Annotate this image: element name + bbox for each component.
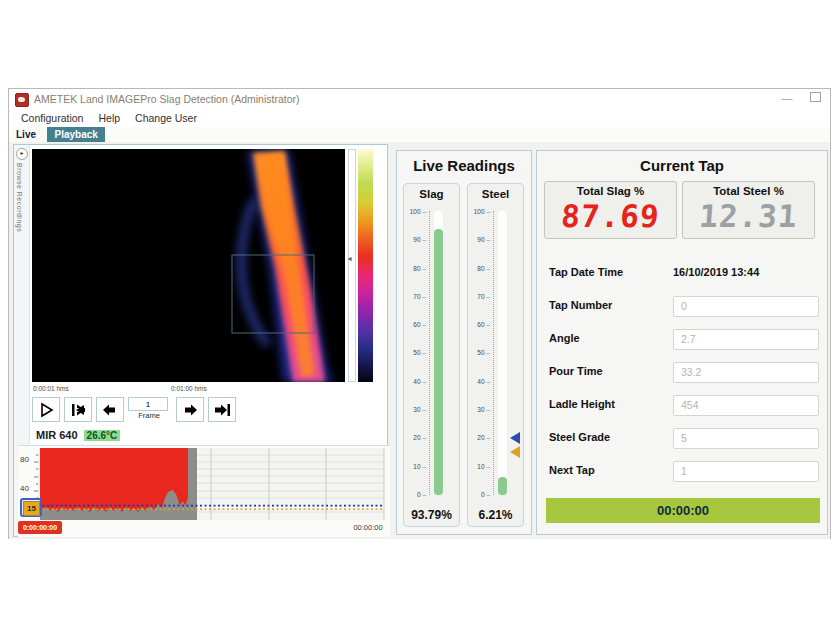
total-steel-label: Total Steel %: [683, 185, 814, 197]
field-row: Angle 2.7: [547, 329, 819, 350]
tab-bar: Live Playback: [9, 127, 830, 142]
steel-gauge-ticks: [493, 211, 494, 495]
field-label: Angle: [549, 332, 580, 344]
slag-percent-value: 93.79%: [404, 508, 459, 522]
blue-threshold-marker-icon[interactable]: [510, 432, 520, 444]
frame-widget: 1 Frame: [128, 397, 170, 422]
field-label: Pour Time: [549, 365, 603, 377]
browse-recordings-label: Browse Recordings: [16, 163, 23, 232]
skip-end-icon: [213, 401, 231, 419]
timeline-ytick-40: 40: [20, 484, 29, 493]
slag-gauge-track: [434, 211, 443, 495]
total-steel-display: Total Steel % 12.31: [682, 181, 815, 239]
step-back-icon: [101, 401, 119, 419]
live-readings-panel: Live Readings Slag 100908070605040302010…: [396, 150, 532, 535]
maximize-icon: [810, 92, 821, 102]
thermal-colorbar: [358, 149, 373, 382]
skip-end-button[interactable]: [208, 397, 236, 422]
play-icon: [37, 401, 55, 419]
steel-percent-value: 6.21%: [468, 508, 523, 522]
playback-viewer-panel: ▸ Browse Recordings: [13, 144, 388, 537]
field-label: Steel Grade: [549, 431, 610, 443]
camera-row: MIR 64026.6°C: [36, 429, 120, 443]
field-input[interactable]: 33.2: [673, 362, 819, 383]
field-input[interactable]: 5: [673, 428, 819, 449]
clip-start-time: 0:00:01 hms: [33, 385, 69, 392]
slag-gauge-ticks: [429, 211, 430, 495]
clip-end-time: 0:01:00 hms: [171, 385, 207, 392]
field-input[interactable]: 454: [673, 395, 819, 416]
skip-start-button[interactable]: [64, 397, 92, 422]
field-label: Next Tap: [549, 464, 595, 476]
total-steel-value: 12.31: [682, 198, 816, 234]
maximize-button[interactable]: [804, 91, 826, 107]
field-label: Tap Number: [549, 299, 612, 311]
field-row: Next Tap 1: [547, 461, 819, 482]
skip-start-icon: [69, 401, 87, 419]
steel-gauge-track: [498, 211, 507, 495]
play-button[interactable]: [32, 397, 60, 422]
thermal-image[interactable]: [32, 149, 345, 382]
content-area: ▸ Browse Recordings: [9, 142, 830, 539]
tab-live[interactable]: Live: [9, 127, 43, 142]
field-row: Pour Time 33.2: [547, 362, 819, 383]
temperature-slider-track[interactable]: [348, 149, 356, 382]
tap-datetime-value: 16/10/2019 13:44: [673, 266, 759, 278]
total-slag-display: Total Slag % 87.69: [544, 181, 677, 239]
minimize-button[interactable]: —: [776, 91, 798, 107]
threshold-value-badge: 15: [23, 501, 40, 516]
field-row-datetime: Tap Date Time 16/10/2019 13:44: [547, 263, 819, 284]
tab-playback[interactable]: Playback: [47, 127, 104, 142]
app-logo-icon: [15, 93, 29, 107]
total-slag-label: Total Slag %: [545, 185, 676, 197]
app-window: AMETEK Land IMAGEPro Slag Detection (Adm…: [8, 88, 831, 539]
steel-gauge-label: Steel: [468, 188, 523, 200]
step-back-button[interactable]: [96, 397, 124, 422]
field-row: Ladle Height 454: [547, 395, 819, 416]
field-label: Ladle Height: [549, 398, 615, 410]
title-bar: AMETEK Land IMAGEPro Slag Detection (Adm…: [9, 89, 830, 111]
playhead-time-badge[interactable]: 0:00:00:00: [18, 521, 62, 534]
total-slag-value: 87.69: [544, 198, 678, 234]
timeline-chart[interactable]: 80 40 0 15 0:00:00:00 00:00:0000:00:1000…: [18, 445, 390, 537]
frame-number-input[interactable]: 1: [128, 397, 168, 411]
live-readings-title: Live Readings: [397, 157, 531, 174]
colorbar-collapse-icon[interactable]: ◄: [346, 255, 353, 262]
steel-gauge: Steel 1009080706050403020100 6.21%: [467, 183, 524, 527]
window-title: AMETEK Land IMAGEPro Slag Detection (Adm…: [34, 93, 300, 105]
field-row: Tap Number 0: [547, 296, 819, 317]
slag-gauge-label: Slag: [404, 188, 459, 200]
steel-gauge-fill: [498, 477, 507, 495]
steel-gauge-scale: 1009080706050403020100: [472, 208, 490, 498]
field-input[interactable]: 1: [673, 461, 819, 482]
tap-timer: 00:00:00: [546, 498, 820, 523]
step-forward-icon: [181, 401, 199, 419]
frame-label: Frame: [128, 411, 170, 420]
field-row: Steel Grade 5: [547, 428, 819, 449]
slag-gauge-scale: 1009080706050403020100: [408, 208, 426, 498]
camera-temperature-badge: 26.6°C: [84, 430, 121, 441]
field-input[interactable]: 0: [673, 296, 819, 317]
menu-item[interactable]: Help: [95, 112, 123, 124]
menu-item[interactable]: Change User: [132, 112, 200, 124]
expand-sidebar-icon[interactable]: ▸: [16, 148, 28, 160]
menu-bar: ConfigurationHelpChange User: [9, 110, 830, 128]
slag-gauge-fill: [434, 229, 443, 495]
field-input[interactable]: 2.7: [673, 329, 819, 350]
timeline-xtick: 00:00:00: [346, 523, 390, 532]
current-tap-panel: Current Tap Total Slag % 87.69 Total Ste…: [536, 150, 828, 535]
timeline-plot: [18, 446, 390, 522]
step-forward-button[interactable]: [176, 397, 204, 422]
slag-gauge: Slag 1009080706050403020100 93.79%: [403, 183, 460, 527]
menu-item[interactable]: Configuration: [18, 112, 86, 124]
timeline-ytick-80: 80: [20, 455, 29, 464]
yellow-threshold-marker-icon[interactable]: [510, 446, 520, 458]
tap-datetime-label: Tap Date Time: [549, 266, 623, 278]
current-tap-title: Current Tap: [537, 157, 827, 174]
camera-name: MIR 640: [36, 429, 78, 441]
